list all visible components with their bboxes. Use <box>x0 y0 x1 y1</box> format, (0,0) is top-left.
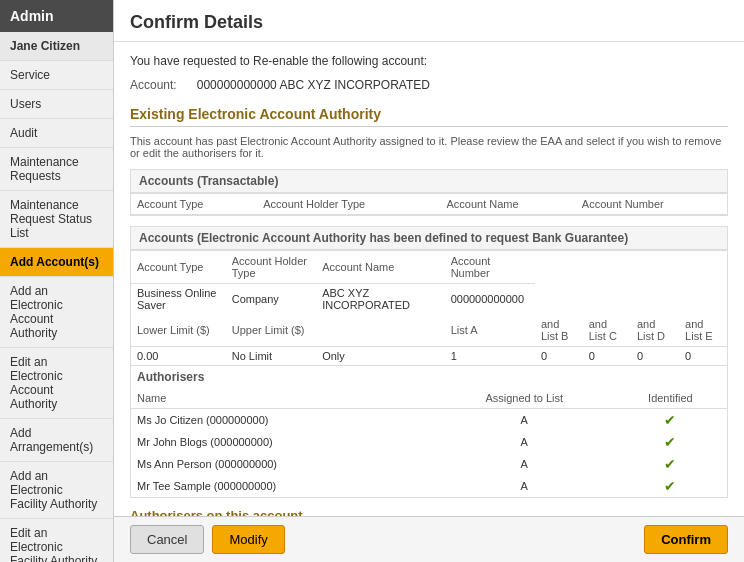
sidebar-item-users[interactable]: Users <box>0 90 113 119</box>
limits-lower: 0.00 <box>131 347 226 366</box>
limits-col-listb: and List B <box>535 314 583 347</box>
authorisers-on-account: Authorisers on this account 1 Ms Jo Citi… <box>130 508 728 516</box>
sidebar-item-add-efa[interactable]: Add an Electronic Facility Authority <box>0 462 113 519</box>
authoriser-row: Ms Jo Citizen (000000000) A ✔ <box>131 409 727 432</box>
limits-data-row: 0.00 No Limit Only 1 0 0 0 0 <box>131 347 727 366</box>
eaa-section-title: Existing Electronic Account Authority <box>130 106 728 127</box>
limits-list-a: 1 <box>445 347 535 366</box>
limits-list-c: 0 <box>583 347 631 366</box>
account-value: 000000000000 ABC XYZ INCORPORATED <box>197 78 430 92</box>
limits-col-lower: Lower Limit ($) <box>131 314 226 347</box>
sidebar-item-add-accounts[interactable]: Add Account(s) <box>0 248 113 277</box>
check-icon: ✔ <box>664 456 676 472</box>
main-content: Confirm Details You have requested to Re… <box>114 0 744 562</box>
main-header: Confirm Details <box>114 0 744 42</box>
check-icon: ✔ <box>664 478 676 494</box>
footer-left-buttons: Cancel Modify <box>130 525 285 554</box>
auth-col-list: Assigned to List <box>435 388 614 409</box>
auth-col-name: Name <box>131 388 435 409</box>
col-account-name: Account Name <box>440 194 575 215</box>
sidebar-item-service[interactable]: Service <box>0 61 113 90</box>
sidebar-item-jane-citizen[interactable]: Jane Citizen <box>0 32 113 61</box>
authoriser-row: Mr Tee Sample (000000000) A ✔ <box>131 475 727 497</box>
bg-account-type: Business Online Saver <box>131 284 226 315</box>
auth-name: Ms Ann Person (000000000) <box>131 453 435 475</box>
sidebar: Admin Jane Citizen Service Users Audit M… <box>0 0 114 562</box>
bank-guarantee-row: Business Online Saver Company ABC XYZ IN… <box>131 284 727 315</box>
account-line: Account: 000000000000 ABC XYZ INCORPORAT… <box>130 78 728 92</box>
sidebar-item-edit-efa[interactable]: Edit an Electronic Facility Authority <box>0 519 113 562</box>
sidebar-item-audit[interactable]: Audit <box>0 119 113 148</box>
authorisers-header: Authorisers <box>131 365 727 388</box>
col-account-holder-type: Account Holder Type <box>257 194 440 215</box>
limits-list-e: 0 <box>679 347 727 366</box>
auth-identified: ✔ <box>614 409 727 432</box>
limits-col-liste: and List E <box>679 314 727 347</box>
intro-text: You have requested to Re-enable the foll… <box>130 54 728 68</box>
bank-guarantee-table: Account Type Account Holder Type Account… <box>131 251 727 365</box>
eaa-desc: This account has past Electronic Account… <box>130 135 728 159</box>
auth-name: Ms Jo Citizen (000000000) <box>131 409 435 432</box>
sidebar-item-maintenance-requests[interactable]: Maintenance Requests <box>0 148 113 191</box>
footer: Cancel Modify Confirm <box>114 516 744 562</box>
col-account-type: Account Type <box>131 194 257 215</box>
sidebar-item-add-eaa[interactable]: Add an Electronic Account Authority <box>0 277 113 348</box>
auth-list-value: A <box>435 475 614 497</box>
auth-name: Mr Tee Sample (000000000) <box>131 475 435 497</box>
auth-list-value: A <box>435 431 614 453</box>
bg-account-name: ABC XYZ INCORPORATED <box>316 284 444 315</box>
limits-col-listd: and List D <box>631 314 679 347</box>
auth-col-identified: Identified <box>614 388 727 409</box>
check-icon: ✔ <box>664 434 676 450</box>
bg-col-holder-type: Account Holder Type <box>226 251 316 284</box>
auth-list-value: A <box>435 409 614 432</box>
authoriser-row: Mr John Blogs (000000000) A ✔ <box>131 431 727 453</box>
check-icon: ✔ <box>664 412 676 428</box>
bg-holder-type: Company <box>226 284 316 315</box>
modify-button[interactable]: Modify <box>212 525 284 554</box>
bank-guarantee-title: Accounts (Electronic Account Authority h… <box>130 226 728 250</box>
limits-col-upper: Upper Limit ($) <box>226 314 316 347</box>
limits-col-blank <box>316 314 444 347</box>
limits-col-lista: List A <box>445 314 535 347</box>
bg-col-account-name: Account Name <box>316 251 444 284</box>
bg-col-account-type: Account Type <box>131 251 226 284</box>
limits-only: Only <box>316 347 444 366</box>
bg-account-number: 000000000000 <box>445 284 535 315</box>
auth-list-value: A <box>435 453 614 475</box>
sidebar-item-edit-eaa[interactable]: Edit an Electronic Account Authority <box>0 348 113 419</box>
limits-list-b: 0 <box>535 347 583 366</box>
sidebar-item-add-arrangements[interactable]: Add Arrangement(s) <box>0 419 113 462</box>
page-title: Confirm Details <box>130 12 728 33</box>
col-account-number: Account Number <box>576 194 727 215</box>
auth-on-account-title: Authorisers on this account <box>130 508 728 516</box>
sidebar-item-maintenance-request-status-list[interactable]: Maintenance Request Status List <box>0 191 113 248</box>
auth-identified: ✔ <box>614 431 727 453</box>
cancel-button[interactable]: Cancel <box>130 525 204 554</box>
auth-identified: ✔ <box>614 475 727 497</box>
limits-col-listc: and List C <box>583 314 631 347</box>
auth-identified: ✔ <box>614 453 727 475</box>
auth-name: Mr John Blogs (000000000) <box>131 431 435 453</box>
transactable-table: Account Type Account Holder Type Account… <box>131 194 727 215</box>
limits-upper: No Limit <box>226 347 316 366</box>
limits-header-row: Lower Limit ($) Upper Limit ($) List A a… <box>131 314 727 347</box>
bg-col-account-number: Account Number <box>445 251 535 284</box>
authorisers-table: Name Assigned to List Identified Ms Jo C… <box>131 388 727 497</box>
transactable-title: Accounts (Transactable) <box>130 169 728 193</box>
limits-list-d: 0 <box>631 347 679 366</box>
confirm-button[interactable]: Confirm <box>644 525 728 554</box>
authoriser-row: Ms Ann Person (000000000) A ✔ <box>131 453 727 475</box>
account-label: Account: <box>130 78 177 92</box>
sidebar-header: Admin <box>0 0 113 32</box>
main-body: You have requested to Re-enable the foll… <box>114 42 744 516</box>
